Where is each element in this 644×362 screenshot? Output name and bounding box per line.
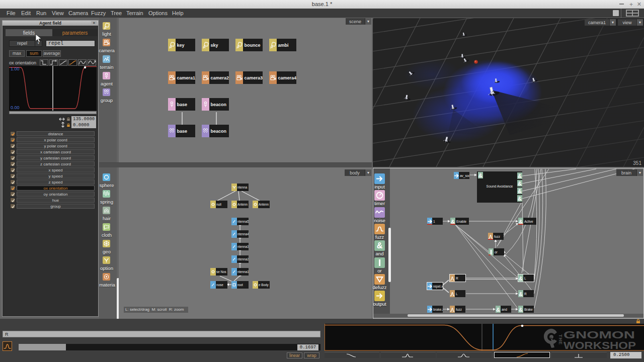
svg-text:&: &: [478, 172, 482, 178]
svg-text:&: &: [519, 218, 523, 224]
svg-text:&: &: [519, 275, 523, 281]
svg-text:&: &: [451, 218, 455, 224]
svg-text:&: &: [518, 188, 522, 194]
svg-text:&: &: [518, 180, 522, 187]
svg-text:&: &: [518, 173, 522, 179]
svg-text:&: &: [518, 196, 522, 202]
svg-text:&: &: [519, 291, 523, 297]
svg-text:&: &: [496, 306, 500, 312]
svg-text:&: &: [519, 306, 523, 312]
